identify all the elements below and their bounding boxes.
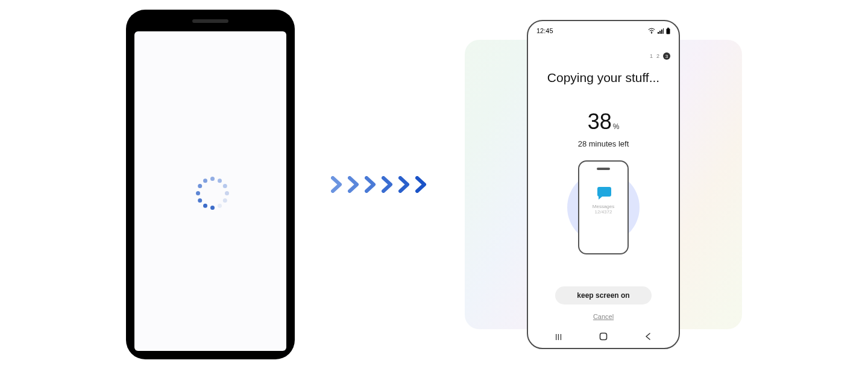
cancel-link[interactable]: Cancel bbox=[536, 313, 670, 320]
svg-rect-3 bbox=[661, 30, 662, 34]
nav-home-icon[interactable] bbox=[599, 332, 608, 342]
chevron-right-icon bbox=[331, 176, 344, 193]
step-indicator: 1 2 3 bbox=[536, 52, 670, 60]
svg-rect-1 bbox=[658, 32, 659, 34]
chevron-right-icon bbox=[415, 176, 429, 193]
transfer-graphic: Messages 12/4372 bbox=[536, 160, 670, 286]
transfer-count: 12/4372 bbox=[595, 209, 612, 215]
step-1: 1 bbox=[650, 53, 653, 59]
battery-icon bbox=[666, 28, 670, 34]
step-3-current: 3 bbox=[663, 52, 670, 60]
transfer-arrows bbox=[331, 176, 429, 193]
destination-phone-wrap: 12:45 1 2 3 Copying your stuff... 38 % 2… bbox=[465, 16, 742, 353]
progress-percent: 38 % bbox=[536, 109, 670, 134]
percent-symbol: % bbox=[613, 122, 620, 131]
keep-screen-on-button[interactable]: keep screen on bbox=[555, 286, 652, 304]
svg-rect-6 bbox=[667, 28, 670, 34]
destination-phone: 12:45 1 2 3 Copying your stuff... 38 % 2… bbox=[527, 20, 680, 349]
svg-rect-7 bbox=[600, 333, 606, 339]
nav-back-icon[interactable] bbox=[644, 332, 652, 342]
source-phone-screen bbox=[134, 31, 286, 351]
nav-recent-icon[interactable]: III bbox=[555, 332, 562, 342]
messages-icon bbox=[595, 186, 612, 200]
eta-text: 28 minutes left bbox=[536, 139, 670, 148]
chevron-right-icon bbox=[365, 176, 378, 193]
chevron-right-icon bbox=[348, 176, 361, 193]
step-2: 2 bbox=[656, 53, 659, 59]
status-time: 12:45 bbox=[536, 27, 553, 34]
wifi-icon bbox=[648, 28, 655, 34]
chevron-right-icon bbox=[398, 176, 412, 193]
nav-bar: III bbox=[536, 330, 670, 344]
mini-phone-illustration: Messages 12/4372 bbox=[578, 160, 629, 254]
percent-value: 38 bbox=[588, 109, 612, 134]
page-title: Copying your stuff... bbox=[536, 71, 670, 85]
svg-rect-5 bbox=[667, 28, 669, 29]
status-bar: 12:45 bbox=[536, 26, 670, 36]
transfer-category-label: Messages bbox=[593, 204, 614, 209]
chevron-right-icon bbox=[382, 176, 395, 193]
loading-spinner-icon bbox=[192, 173, 228, 209]
signal-icon bbox=[658, 28, 664, 34]
svg-point-0 bbox=[651, 33, 652, 34]
svg-rect-2 bbox=[659, 31, 661, 34]
phone-speaker bbox=[192, 19, 228, 23]
source-phone bbox=[126, 10, 295, 359]
svg-rect-4 bbox=[663, 28, 664, 34]
mini-notch bbox=[597, 168, 610, 170]
